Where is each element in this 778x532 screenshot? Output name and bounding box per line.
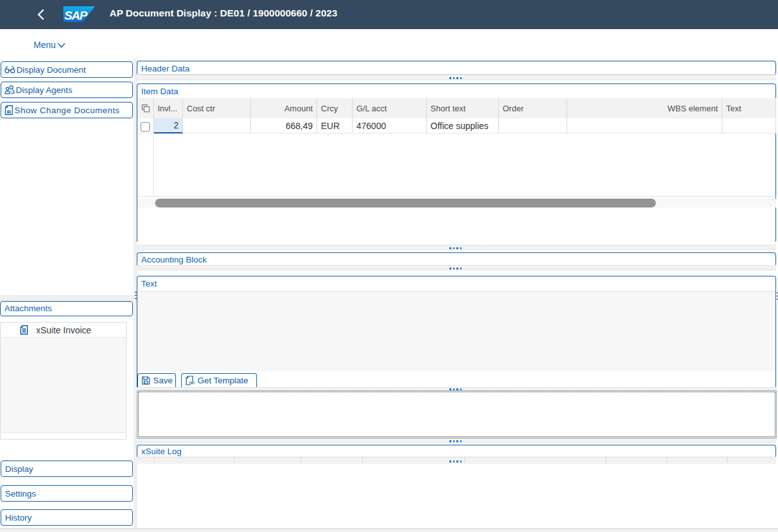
svg-text:SAP: SAP <box>65 9 88 22</box>
